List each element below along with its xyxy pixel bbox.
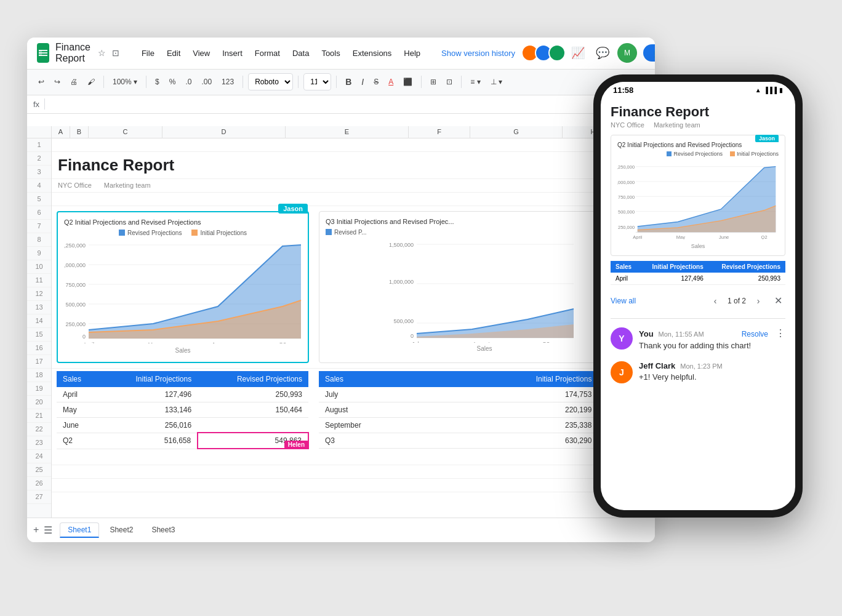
- align-button[interactable]: ≡ ▾: [467, 73, 484, 90]
- q2-data-table: Sales Initial Projections Revised Projec…: [57, 371, 309, 450]
- row-9: 9: [27, 247, 51, 260]
- redo-button[interactable]: ↪: [50, 73, 64, 90]
- phone-chart-svg: 1,250,000 1,000,000 750,000 500,000 250,…: [617, 159, 779, 239]
- percent-button[interactable]: %: [166, 73, 180, 90]
- q2-th-revised: Revised Projections: [198, 371, 308, 387]
- q3-th-sales: Sales: [319, 371, 435, 387]
- menu-edit[interactable]: Edit: [162, 46, 185, 60]
- q2-total-initial: 516,658: [100, 433, 198, 449]
- comment-jeff: J Jeff Clark Mon, 1:23 PM +1! Very helpf…: [611, 356, 785, 388]
- chat-icon[interactable]: 💬: [593, 43, 612, 63]
- menu-file[interactable]: File: [137, 46, 159, 60]
- strikethrough-button[interactable]: S: [370, 73, 382, 90]
- document-title: Finance Report: [55, 42, 90, 64]
- undo-button[interactable]: ↩: [34, 73, 48, 90]
- q3-total-initial: 630,290: [435, 433, 598, 448]
- toolbar-sep-7: [461, 76, 462, 88]
- print-button[interactable]: 🖨: [66, 73, 81, 90]
- currency-button[interactable]: $: [151, 73, 163, 90]
- border-button[interactable]: ⊞: [427, 73, 440, 90]
- italic-button[interactable]: I: [358, 73, 367, 90]
- valign-button[interactable]: ⊥ ▾: [487, 73, 506, 90]
- q3-september-label: September: [319, 417, 435, 433]
- toolbar-sep-2: [146, 76, 146, 88]
- menu-format[interactable]: Format: [250, 46, 285, 60]
- row-6: 6: [27, 206, 51, 220]
- col-B: B: [70, 126, 89, 138]
- merge-button[interactable]: ⊡: [443, 73, 456, 90]
- comment-more-button[interactable]: ⋮: [776, 327, 785, 339]
- q2-chart-legend: Revised Projections Initial Projections: [64, 230, 302, 236]
- svg-text:August: August: [473, 341, 491, 343]
- phone-th-sales: Sales: [611, 261, 640, 273]
- resolve-button[interactable]: Resolve: [742, 330, 768, 338]
- meet-icon[interactable]: M: [617, 43, 637, 63]
- menu-view[interactable]: View: [188, 46, 215, 60]
- svg-text:Q2: Q2: [279, 342, 286, 343]
- menu-tools[interactable]: Tools: [316, 46, 345, 60]
- comment-you-author: You: [639, 329, 654, 338]
- phone-status-bar: 11:58 ▲ ▐▐▐ ▮: [601, 82, 795, 99]
- sheet-tab-2[interactable]: Sheet2: [102, 522, 141, 537]
- decimal1-button[interactable]: .0: [182, 73, 195, 90]
- toolbar-action-icons: 📈 💬 M: [568, 43, 637, 63]
- drive-icon[interactable]: ⊡: [111, 47, 121, 59]
- sheets-list-icon[interactable]: ☰: [44, 524, 52, 536]
- tables-area: Sales Initial Projections Revised Projec…: [52, 369, 655, 452]
- comment-you-time: Mon, 11:55 AM: [659, 330, 704, 338]
- menu-insert[interactable]: Insert: [217, 46, 247, 60]
- row-16: 16: [27, 342, 51, 355]
- view-all-link[interactable]: View all: [611, 297, 708, 305]
- comment-you-header: You Mon, 11:55 AM Resolve ⋮: [639, 327, 785, 339]
- toolbar-sep-6: [421, 76, 422, 88]
- sheets-app-icon: [37, 43, 49, 63]
- menu-help[interactable]: Help: [399, 46, 425, 60]
- q2-row-june: June 256,016: [57, 417, 308, 433]
- q3-th-initial: Initial Projections: [435, 371, 598, 387]
- grid-main-content: Finance Report NYC Office Marketing team: [52, 138, 655, 518]
- font-selector[interactable]: Roboto: [248, 73, 293, 90]
- share-button[interactable]: 👥 Share: [643, 44, 655, 62]
- add-sheet-icon[interactable]: +: [33, 524, 39, 536]
- phone-legend-initial-color: [730, 151, 735, 156]
- star-icon[interactable]: ☆: [97, 47, 107, 59]
- font-size-selector[interactable]: 11: [303, 73, 331, 90]
- decimal2-button[interactable]: .00: [198, 73, 215, 90]
- row-18: 18: [27, 369, 51, 382]
- q2-th-sales: Sales: [57, 371, 100, 387]
- svg-text:0: 0: [82, 334, 86, 340]
- close-comments-button[interactable]: ✕: [771, 294, 785, 308]
- svg-text:500,000: 500,000: [618, 209, 635, 215]
- row-1: 1: [27, 138, 51, 152]
- col-G: G: [470, 126, 563, 138]
- bold-button[interactable]: B: [342, 73, 355, 90]
- menu-data[interactable]: Data: [287, 46, 314, 60]
- pagination-controls: ‹ 1 of 2 › ✕: [708, 294, 785, 308]
- prev-page-button[interactable]: ‹: [708, 294, 723, 308]
- text-color-button[interactable]: A: [385, 73, 397, 90]
- phone-sales-label: Sales: [617, 243, 779, 249]
- formula-input[interactable]: [50, 100, 649, 109]
- phone-legend-revised: Revised Projections: [667, 151, 723, 157]
- next-page-button[interactable]: ›: [751, 294, 766, 308]
- phone-status-icons: ▲ ▐▐▐ ▮: [755, 87, 783, 94]
- svg-text:June: June: [212, 342, 224, 343]
- comment-jeff-author: Jeff Clark: [639, 361, 675, 370]
- zoom-button[interactable]: 100% ▾: [109, 73, 141, 90]
- sheet-tab-1[interactable]: Sheet1: [60, 522, 99, 538]
- phone-april-initial: 127,496: [640, 273, 708, 285]
- paint-format-button[interactable]: 🖌: [84, 73, 98, 90]
- activity-icon[interactable]: 📈: [568, 43, 588, 63]
- comments-divider: [611, 318, 785, 319]
- version-history-link[interactable]: Show version history: [441, 49, 515, 58]
- col-E: E: [286, 126, 409, 138]
- svg-text:May: May: [676, 234, 685, 239]
- collaborator-avatars: [521, 44, 562, 62]
- fill-color-button[interactable]: ⬛: [399, 73, 416, 90]
- title-bar-right: Show version history 📈 💬 M 👥 Share U: [441, 43, 655, 63]
- sheet-tab-3[interactable]: Sheet3: [143, 522, 183, 537]
- q3-legend-revised-color: [326, 229, 332, 235]
- phone-chassis: 11:58 ▲ ▐▐▐ ▮ Finance Report NYC Office …: [593, 74, 803, 518]
- menu-extensions[interactable]: Extensions: [348, 46, 397, 60]
- format123-button[interactable]: 123: [218, 73, 238, 90]
